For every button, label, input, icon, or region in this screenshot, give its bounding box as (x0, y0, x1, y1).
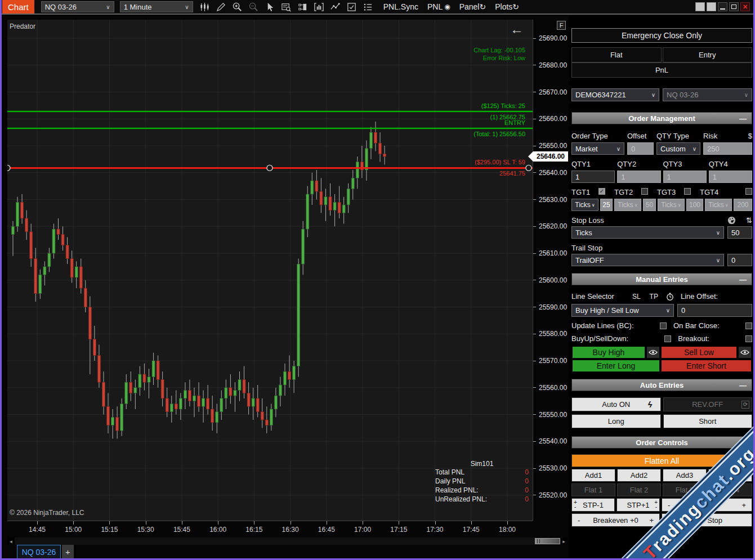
add2-button[interactable]: Add2 (617, 469, 661, 482)
qty-type-select[interactable]: Custom∨ (656, 142, 700, 155)
offset-input[interactable]: 0 (627, 142, 654, 155)
pnl-toggle-button[interactable]: PNL◉ (427, 2, 450, 11)
workspace-icon[interactable] (695, 2, 705, 11)
add1-button[interactable]: Add1 (571, 469, 615, 482)
plots-reload-button[interactable]: Plots↻ (495, 2, 519, 11)
chart-trader-icon[interactable] (313, 1, 325, 13)
back-arrow-icon[interactable]: ← (510, 23, 524, 36)
qty4-input[interactable]: 1 (709, 171, 752, 183)
qty2-input[interactable]: 1 (617, 171, 660, 183)
price-chart[interactable]: ($125) Ticks: 25(1) 25662.75ENTRY(Total:… (7, 20, 533, 521)
zoom-out-icon[interactable] (248, 1, 260, 13)
emergency-close-button[interactable]: Emergency Close Only (571, 28, 752, 43)
tab-nq-03-26[interactable]: NQ 03-26 (17, 545, 61, 559)
breakeven-button[interactable]: -Breakeven +0+ (571, 513, 660, 527)
stp-minus-button[interactable]: +STP-1- (571, 498, 615, 512)
enter-short-button[interactable]: Enter Short (660, 359, 752, 373)
interval-select[interactable]: 1 Minute ∨ (120, 1, 193, 12)
stop-loss-value-input[interactable]: 50 (727, 226, 752, 239)
stp-plus-button[interactable]: +STP+1- (616, 498, 660, 512)
tgt1-value[interactable]: 25 (600, 199, 613, 211)
line-selector-select[interactable]: Buy High / Sell Low∨ (571, 304, 674, 317)
panel-reload-button[interactable]: Panel↻ (459, 2, 486, 11)
time-axis[interactable]: 14:4515:0015:1515:3015:4516:0016:1516:30… (7, 521, 533, 536)
rev-off-button[interactable]: REV.OFF⟳ (663, 397, 753, 411)
tgt2-unit-select[interactable]: Ticks∨ (614, 199, 641, 211)
draw-icon[interactable] (215, 1, 227, 13)
add4-button[interactable]: Add4 (708, 469, 752, 482)
palette-icon[interactable] (727, 216, 736, 225)
auto-short-button[interactable]: Short (663, 414, 753, 428)
risk-input[interactable]: 250 (703, 142, 752, 155)
flat4-button[interactable]: Flat 4 (708, 483, 752, 496)
tgt4-unit-select[interactable]: Ticks∨ (705, 199, 732, 211)
scroll-left-icon[interactable]: ◂ (7, 537, 15, 545)
order-type-select[interactable]: Market∨ (571, 142, 624, 155)
line-handle[interactable] (526, 165, 531, 171)
manual-entries-header[interactable]: Manual Entries— (571, 273, 752, 285)
pnl-tab[interactable]: PnL (571, 62, 752, 78)
line-handle[interactable] (267, 165, 272, 171)
entry-tab[interactable]: Entry (663, 47, 753, 62)
sell-low-button[interactable]: Sell Low (660, 346, 738, 359)
tgt4-checkbox[interactable] (745, 188, 752, 195)
enter-long-button[interactable]: Enter Long (571, 359, 660, 373)
buy-high-button[interactable]: Buy High (571, 346, 646, 359)
add3-button[interactable]: Add3 (663, 469, 707, 482)
scroll-right-icon[interactable]: ▸ (560, 537, 568, 545)
strategies-icon[interactable] (329, 1, 342, 13)
trail-stop-value-input[interactable]: 0 (727, 254, 752, 266)
trail-stop-select[interactable]: TrailOFF∨ (571, 254, 724, 266)
tgt1-checkbox[interactable]: ✓ (598, 188, 605, 195)
flat3-button[interactable]: Flat 3 (663, 483, 707, 496)
cursor-icon[interactable] (264, 1, 276, 13)
account-select[interactable]: DEMO6347221∨ (571, 88, 659, 101)
sell-low-eye-button[interactable] (738, 346, 752, 359)
close-button[interactable]: ✕ (740, 2, 750, 11)
auto-entries-header[interactable]: Auto Entries— (571, 379, 752, 391)
stop-adjust-button[interactable]: -STOP+ (662, 498, 752, 512)
price-axis[interactable]: F 25690.0025680.0025670.0025660.0025650.… (533, 20, 568, 521)
line-offset-input[interactable]: 0 (677, 304, 752, 317)
stop-loss-select[interactable]: Ticks∨ (571, 226, 724, 239)
properties-icon[interactable] (346, 1, 358, 13)
tgt4-value[interactable]: 200 (734, 199, 752, 211)
qty1-input[interactable]: 1 (571, 171, 615, 183)
buyup-selldown-checkbox[interactable] (664, 335, 671, 342)
auto-long-button[interactable]: Long (571, 414, 661, 428)
chart-style-icon[interactable] (199, 1, 211, 13)
qty3-input[interactable]: 1 (663, 171, 707, 183)
on-bar-close-checkbox[interactable] (745, 322, 752, 329)
order-management-header[interactable]: Order Management— (571, 112, 752, 124)
auto-on-button[interactable]: Auto ONϟ (571, 397, 661, 411)
trail-stop-button[interactable]: Trail Stop (662, 513, 752, 527)
instrument-select-panel[interactable]: NQ 03-26∨ (663, 88, 752, 101)
maximize-button[interactable] (729, 2, 739, 11)
data-box-icon[interactable] (280, 1, 293, 13)
indicators-icon[interactable] (297, 1, 309, 13)
breakout-checkbox[interactable] (745, 335, 752, 342)
flat2-button[interactable]: Flat 2 (617, 483, 661, 496)
tgt1-unit-select[interactable]: Ticks∨ (571, 199, 598, 211)
focus-button[interactable]: F (557, 21, 566, 30)
chart-window-tab[interactable]: Chart (2, 0, 34, 14)
flat-tab[interactable]: Flat (571, 47, 662, 62)
scrollbar-thumb[interactable] (535, 538, 560, 544)
list-icon[interactable] (362, 1, 374, 13)
workspace-icon[interactable] (707, 2, 716, 11)
tgt2-checkbox[interactable] (641, 188, 648, 195)
order-controls-header[interactable]: Order Controls— (571, 436, 752, 449)
clock-icon[interactable] (666, 293, 674, 301)
zoom-in-icon[interactable] (231, 1, 244, 13)
tgt3-value[interactable]: 100 (686, 199, 703, 211)
update-lines-checkbox[interactable] (660, 322, 667, 329)
tgt2-value[interactable]: 50 (643, 199, 656, 211)
line-handle[interactable] (7, 165, 10, 171)
flatten-all-button[interactable]: Flatten All (571, 454, 752, 467)
pnl-sync-button[interactable]: PNL.Sync (383, 2, 418, 11)
updown-icon[interactable]: ⇅ (746, 216, 752, 225)
tgt3-checkbox[interactable] (684, 188, 691, 195)
minimize-button[interactable] (718, 2, 727, 11)
buy-high-eye-button[interactable] (646, 346, 660, 359)
tgt3-unit-select[interactable]: Ticks∨ (658, 199, 685, 211)
